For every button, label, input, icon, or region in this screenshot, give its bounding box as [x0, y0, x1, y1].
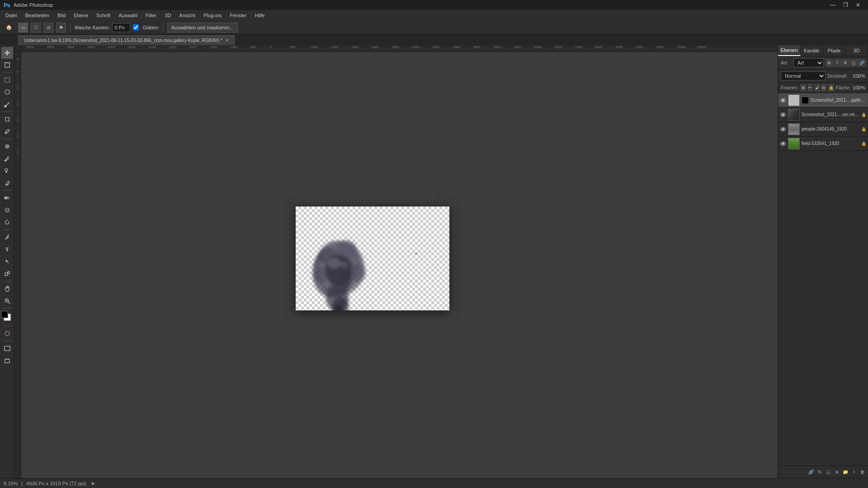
menu-item-auswahl[interactable]: Auswahl: [115, 12, 141, 19]
tool-clone[interactable]: [1, 165, 13, 177]
fix-all-btn[interactable]: 🔒: [828, 84, 834, 91]
tool-lasso[interactable]: [1, 86, 13, 98]
tool-pen[interactable]: [1, 231, 13, 243]
tool-magic-wand[interactable]: [1, 99, 13, 110]
tool-blur[interactable]: [1, 204, 13, 216]
tool-text[interactable]: T: [1, 244, 13, 255]
layer-item-1[interactable]: Screenshot_2021-...gallery Kopie: [778, 93, 868, 108]
deckkraft-value[interactable]: 100%: [849, 73, 865, 79]
fix-position-btn[interactable]: ⊞: [801, 84, 806, 91]
document-tab[interactable]: Unbenannt-1 bei 8.19% (Screenshot_2021-0…: [18, 35, 235, 45]
lasso-rect-tool-btn[interactable]: ▭: [18, 23, 28, 33]
tool-dodge[interactable]: [1, 216, 13, 228]
statusbar-info-indicator[interactable]: ▶: [92, 481, 95, 486]
tool-marquee-rect[interactable]: [1, 74, 13, 86]
link-layers-btn[interactable]: 🔗: [807, 469, 815, 476]
color-swatches[interactable]: [1, 311, 14, 324]
maximize-button[interactable]: ❐: [839, 0, 852, 10]
tab-ebenen[interactable]: Ebenen: [778, 45, 801, 56]
tab-pfade[interactable]: Pfade: [823, 45, 846, 56]
tool-eyedropper[interactable]: [1, 126, 13, 137]
tab-3d[interactable]: 3D: [845, 45, 868, 56]
svg-point-42: [349, 264, 366, 282]
tab-kanaele[interactable]: Kanäle: [801, 45, 823, 56]
mask-icon-btn[interactable]: ◱: [850, 59, 857, 66]
canvas-container[interactable]: +: [21, 52, 778, 478]
ruler-mark: 1000: [311, 46, 318, 49]
ruler-mark: -3000: [148, 46, 156, 49]
menu-item-plug-ins[interactable]: Plug-ins: [200, 12, 225, 19]
tool-quick-mask[interactable]: [1, 328, 13, 339]
fix-artboard-btn[interactable]: ⊟: [821, 84, 826, 91]
menu-item-bearbeiten[interactable]: Bearbeiten: [22, 12, 53, 19]
main-area: T: [0, 45, 868, 478]
auswahl-maskieren-button[interactable]: Auswählen und maskieren...: [167, 23, 238, 33]
fix-pixel-btn[interactable]: ✏: [808, 84, 813, 91]
tool-healing[interactable]: [1, 141, 13, 152]
tool-gradient[interactable]: [1, 192, 13, 204]
adjustment-btn[interactable]: ⊕: [833, 469, 840, 476]
tool-artboard[interactable]: [1, 59, 13, 71]
new-layer-icon-btn[interactable]: ⊞: [826, 59, 833, 66]
tab-close-button[interactable]: ✕: [225, 38, 229, 43]
ruler-mark-v: 5: [14, 70, 21, 74]
layer-item-4[interactable]: field-533541_1920 🔒: [778, 136, 868, 151]
tool-crop[interactable]: [1, 113, 13, 125]
menubar: DateiBearbeitenBildEbeneSchriftAuswahlFi…: [0, 10, 868, 21]
tool-hand[interactable]: [1, 283, 13, 295]
menu-item-hilfe[interactable]: Hilfe: [251, 12, 268, 19]
layer-item-3[interactable]: people-2604149_1920 🔒: [778, 122, 868, 136]
tool-eraser[interactable]: [1, 177, 13, 189]
link-icon-btn[interactable]: 🔗: [858, 59, 865, 66]
text-layer-icon-btn[interactable]: T: [834, 59, 841, 66]
tool-path-select[interactable]: [1, 256, 13, 267]
tool-zoom[interactable]: [1, 295, 13, 307]
close-button[interactable]: ✕: [852, 0, 864, 10]
tool-extra[interactable]: [1, 355, 13, 366]
layer-4-visibility[interactable]: [780, 141, 786, 147]
layer-3-visibility[interactable]: [780, 126, 786, 132]
titlebar-app-title: Ps Adobe Photoshop: [4, 2, 53, 9]
art-dropdown[interactable]: Art: [793, 58, 824, 67]
fix-paint-btn[interactable]: 🖌: [815, 84, 820, 91]
tab-kanaele-label: Kanäle: [804, 48, 819, 53]
ruler-mark: 6500: [534, 46, 542, 49]
svg-rect-27: [5, 359, 9, 363]
tool-brush[interactable]: [1, 153, 13, 164]
flaeche-value[interactable]: 100%: [853, 85, 865, 90]
app-logo: Ps: [4, 2, 10, 9]
add-mask-btn[interactable]: ◱: [825, 469, 832, 476]
menu-item-ebene[interactable]: Ebene: [70, 12, 92, 19]
menu-item-bild[interactable]: Bild: [54, 12, 69, 19]
glaetten-checkbox[interactable]: [133, 24, 139, 30]
add-style-btn[interactable]: fx: [816, 469, 823, 476]
foreground-color-swatch[interactable]: [1, 311, 8, 318]
menu-item-3d[interactable]: 3D: [161, 12, 175, 19]
delete-layer-btn[interactable]: 🗑: [859, 469, 866, 476]
art-icon-group: ⊞ T ⚙ ◱ 🔗: [826, 59, 865, 66]
lasso-mag-tool-btn[interactable]: ◎: [43, 23, 53, 33]
layer-2-visibility[interactable]: [780, 112, 786, 118]
document-canvas[interactable]: +: [296, 206, 449, 310]
layer-item-2[interactable]: Screenshot_2021-...om.miui.gallery 🔒: [778, 108, 868, 122]
menu-item-fenster[interactable]: Fenster: [226, 12, 250, 19]
layer-1-visibility[interactable]: [780, 97, 786, 103]
menu-item-ansicht[interactable]: Ansicht: [175, 12, 199, 19]
minimize-button[interactable]: —: [826, 0, 839, 10]
adjust-icon-btn[interactable]: ⚙: [842, 59, 849, 66]
home-button[interactable]: 🏠: [3, 21, 15, 34]
blend-mode-dropdown[interactable]: Normal Multiplizieren Abblenden Überlage…: [781, 71, 826, 80]
lasso-free-tool-btn[interactable]: ✚: [56, 23, 66, 33]
menu-item-schrift[interactable]: Schrift: [93, 12, 114, 19]
menu-item-filter[interactable]: Filter: [142, 12, 160, 19]
tool-move[interactable]: [1, 47, 13, 59]
new-layer-btn[interactable]: +: [850, 469, 858, 476]
tool-screen-mode[interactable]: [1, 343, 13, 354]
menu-item-datei[interactable]: Datei: [2, 12, 21, 19]
tool-shape[interactable]: [1, 268, 13, 280]
weiche-kanten-input[interactable]: [112, 23, 130, 32]
options-sep-1: [70, 23, 71, 32]
lasso-poly-tool-btn[interactable]: ⬠: [31, 23, 41, 33]
ruler-mark: -1500: [209, 46, 217, 49]
group-layers-btn[interactable]: 📁: [842, 469, 849, 476]
